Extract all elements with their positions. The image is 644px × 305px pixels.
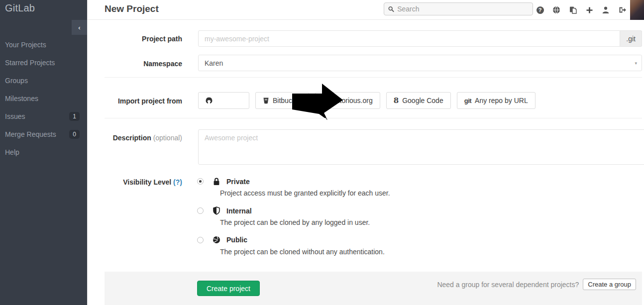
- github-icon: [206, 97, 213, 104]
- copy-files-icon: [569, 6, 577, 14]
- google-code-icon: 8: [394, 96, 399, 105]
- group-hint-text: Need a group for several dependent proje…: [437, 281, 579, 289]
- private-radio[interactable]: [197, 178, 204, 185]
- top-header: New Project ?: [88, 0, 644, 20]
- description-optional-text: (optional): [153, 134, 182, 142]
- divider: [105, 77, 642, 78]
- bitbucket-bucket-icon: [263, 97, 269, 104]
- public-radio[interactable]: [197, 237, 204, 243]
- project-path-label: Project path: [88, 35, 182, 43]
- chevron-left-icon: ‹: [78, 24, 80, 31]
- divider: [105, 118, 642, 118]
- visibility-label-text: Visibility Level: [123, 178, 171, 186]
- main-content: New Project ?: [87, 0, 644, 305]
- chevron-down-icon: ▾: [635, 61, 637, 66]
- import-button-label: Gitorious.org: [333, 97, 373, 104]
- git-suffix-addon: .git: [620, 30, 642, 47]
- sidebar-item-label: Groups: [5, 77, 80, 85]
- issues-count-badge: 1: [69, 112, 80, 121]
- namespace-label: Namespace: [88, 60, 182, 68]
- visibility-level-label: Visibility Level (?): [88, 178, 182, 186]
- import-button-label: Bitbucket: [273, 97, 302, 104]
- public-option-name: Public: [226, 236, 247, 244]
- import-project-label: Import project from: [88, 97, 182, 105]
- explore-button[interactable]: [552, 5, 561, 14]
- visibility-help-link[interactable]: (?): [173, 178, 182, 186]
- import-button-label: Google Code: [402, 97, 443, 104]
- import-github-button[interactable]: [198, 92, 249, 109]
- gitorious-icon: [322, 97, 329, 104]
- page-title: New Project: [105, 3, 159, 14]
- sidebar: GitLab ‹ Your Projects Starred Projects …: [0, 0, 87, 305]
- visibility-option-public: Public: [197, 236, 247, 244]
- user-avatar[interactable]: [630, 0, 644, 20]
- sidebar-item-label: Starred Projects: [5, 59, 80, 67]
- group-side: Need a group for several dependent proje…: [437, 279, 636, 290]
- sidebar-item-issues[interactable]: Issues 1: [0, 107, 87, 125]
- namespace-selected-value: Karen: [205, 59, 223, 67]
- project-path-input[interactable]: [198, 30, 620, 47]
- create-group-button[interactable]: Create a group: [583, 279, 636, 290]
- sidebar-item-label: Help: [5, 148, 80, 156]
- visibility-option-internal: Internal: [197, 206, 252, 215]
- sidebar-item-label: Merge Requests: [5, 130, 69, 138]
- import-bitbucket-button[interactable]: Bitbucket: [255, 92, 309, 109]
- header-icons: ?: [536, 0, 627, 20]
- sidebar-item-merge-requests[interactable]: Merge Requests 0: [0, 125, 87, 143]
- help-button[interactable]: ?: [536, 5, 544, 14]
- import-google-code-button[interactable]: 8 Google Code: [386, 92, 451, 109]
- sidebar-item-your-projects[interactable]: Your Projects: [0, 36, 87, 54]
- profile-button[interactable]: [601, 5, 610, 14]
- private-option-name: Private: [226, 178, 250, 186]
- sidebar-item-label: Your Projects: [5, 41, 80, 49]
- globe-icon: [552, 6, 560, 14]
- search-icon: [388, 6, 394, 12]
- sidebar-item-starred-projects[interactable]: Starred Projects: [0, 54, 87, 72]
- sidebar-nav: Your Projects Starred Projects Groups Mi…: [0, 36, 87, 161]
- sidebar-collapse-button[interactable]: ‹: [72, 20, 87, 35]
- new-project-button[interactable]: [585, 5, 594, 14]
- public-globe-icon: [213, 236, 220, 244]
- namespace-select[interactable]: Karen ▾: [198, 55, 642, 71]
- sign-out-button[interactable]: [618, 5, 627, 14]
- import-any-repo-button[interactable]: git Any repo by URL: [457, 92, 536, 109]
- create-project-button[interactable]: Create project: [197, 281, 260, 296]
- question-circle-icon: ?: [537, 6, 544, 14]
- import-buttons-row: Bitbucket Gitorious.org 8 Google Code gi…: [198, 92, 536, 109]
- sidebar-item-label: Milestones: [5, 95, 80, 102]
- form-footer: Create project Need a group for several …: [105, 272, 642, 305]
- sidebar-item-help[interactable]: Help: [0, 143, 87, 161]
- internal-radio[interactable]: [197, 207, 204, 214]
- visibility-option-private: Private: [197, 177, 250, 186]
- plus-icon: [586, 6, 593, 14]
- sidebar-item-label: Issues: [5, 112, 69, 120]
- sidebar-item-groups[interactable]: Groups: [0, 72, 87, 90]
- sign-out-icon: [618, 6, 627, 14]
- project-path-group: .git: [198, 30, 642, 47]
- snippets-button[interactable]: [568, 5, 577, 14]
- search-box[interactable]: [384, 2, 533, 15]
- description-label-text: Description: [113, 134, 151, 142]
- merge-requests-count-badge: 0: [69, 130, 80, 139]
- shield-icon: [213, 206, 220, 215]
- lock-icon: [213, 177, 220, 186]
- import-gitorious-button[interactable]: Gitorious.org: [315, 92, 380, 109]
- new-project-page: GitLab ‹ Your Projects Starred Projects …: [0, 0, 644, 305]
- private-option-desc: Project access must be granted explicitl…: [220, 189, 390, 197]
- description-label: Description (optional): [88, 134, 182, 142]
- public-option-desc: The project can be cloned without any au…: [220, 248, 385, 256]
- git-logo-icon: git: [464, 97, 471, 104]
- gitlab-logo[interactable]: GitLab: [5, 2, 35, 14]
- internal-option-desc: The project can be cloned by any logged …: [220, 218, 370, 226]
- sidebar-item-milestones[interactable]: Milestones: [0, 90, 87, 107]
- description-textarea[interactable]: [198, 129, 644, 165]
- user-icon: [602, 6, 610, 14]
- import-button-label: Any repo by URL: [475, 97, 528, 104]
- search-input[interactable]: [397, 5, 529, 13]
- internal-option-name: Internal: [226, 207, 252, 215]
